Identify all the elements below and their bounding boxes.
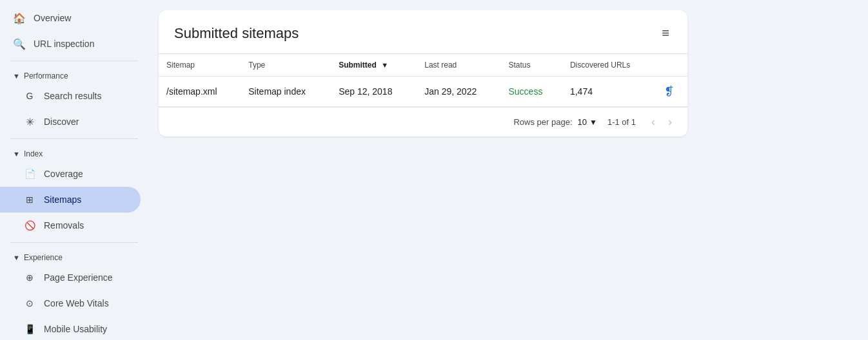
experience-section-label: Experience — [24, 253, 63, 262]
sitemaps-table: Sitemap Type Submitted ▼ Last read Statu… — [159, 53, 687, 107]
core-web-vitals-label: Core Web Vitals — [44, 298, 109, 308]
rows-per-page: Rows per page: 10 ▼ — [513, 117, 597, 127]
col-discovered-urls: Discovered URLs — [562, 54, 656, 77]
cell-submitted: Sep 12, 2018 — [331, 77, 417, 107]
chevron-down-icon-2: ▼ — [13, 150, 20, 158]
status-badge: Success — [508, 86, 542, 97]
search-results-icon: G — [23, 90, 36, 102]
performance-section-label: Performance — [24, 71, 68, 80]
index-section-label: Index — [24, 149, 43, 158]
sidebar-item-overview[interactable]: 🏠 Overview — [0, 5, 141, 31]
col-sitemap: Sitemap — [159, 54, 241, 77]
bar-chart-icon[interactable]: ❡ — [664, 85, 674, 98]
card-title: Submitted sitemaps — [174, 25, 299, 42]
sidebar: 🏠 Overview 🔍 URL inspection ▼ Performanc… — [0, 0, 148, 340]
next-page-button[interactable]: › — [663, 113, 677, 131]
search-icon: 🔍 — [13, 37, 26, 50]
experience-section[interactable]: ▼ Experience — [0, 247, 148, 265]
rows-per-page-select[interactable]: 10 ▼ — [578, 117, 597, 127]
divider-3 — [10, 242, 138, 243]
table-header-row: Sitemap Type Submitted ▼ Last read Statu… — [159, 54, 687, 77]
chevron-down-icon-3: ▼ — [13, 254, 20, 261]
main-content: Submitted sitemaps ≡ Sitemap Type Submit… — [148, 0, 868, 340]
cell-type: Sitemap index — [241, 77, 331, 107]
sort-down-icon: ▼ — [381, 61, 388, 69]
chevron-down-icon: ▼ — [589, 118, 597, 127]
sitemaps-icon: ⊞ — [23, 193, 36, 206]
search-results-label: Search results — [44, 91, 101, 101]
chevron-down-icon: ▼ — [13, 72, 20, 80]
page-experience-icon: ⊕ — [23, 271, 36, 284]
mobile-usability-icon: 📱 — [23, 323, 36, 335]
col-submitted[interactable]: Submitted ▼ — [331, 54, 417, 77]
cell-last-read: Jan 29, 2022 — [417, 77, 500, 107]
col-actions — [656, 54, 687, 77]
sidebar-item-page-experience[interactable]: ⊕ Page Experience — [0, 265, 141, 290]
divider-1 — [10, 61, 138, 61]
discover-label: Discover — [44, 117, 79, 127]
performance-section[interactable]: ▼ Performance — [0, 65, 148, 83]
cell-chart: ❡ — [656, 77, 687, 107]
sidebar-item-removals[interactable]: 🚫 Removals — [0, 212, 141, 238]
col-last-read: Last read — [417, 54, 500, 77]
sidebar-item-sitemaps[interactable]: ⊞ Sitemaps — [0, 187, 141, 212]
sidebar-item-search-results[interactable]: G Search results — [0, 83, 141, 109]
col-type: Type — [241, 54, 331, 77]
col-status: Status — [500, 54, 562, 77]
cell-sitemap: /sitemap.xml — [159, 77, 241, 107]
sidebar-item-coverage[interactable]: 📄 Coverage — [0, 161, 141, 187]
card-header: Submitted sitemaps ≡ — [159, 10, 687, 53]
sidebar-item-core-web-vitals[interactable]: ⊙ Core Web Vitals — [0, 290, 141, 316]
mobile-usability-label: Mobile Usability — [44, 324, 107, 334]
divider-2 — [10, 138, 138, 139]
overview-label: Overview — [34, 13, 71, 23]
prev-page-button[interactable]: ‹ — [646, 113, 660, 131]
page-info: 1-1 of 1 — [607, 117, 636, 127]
sidebar-item-mobile-usability[interactable]: 📱 Mobile Usability — [0, 316, 141, 340]
removals-label: Removals — [44, 220, 84, 231]
removals-icon: 🚫 — [23, 219, 36, 232]
sidebar-item-url-inspection[interactable]: 🔍 URL inspection — [0, 31, 141, 57]
core-web-vitals-icon: ⊙ — [23, 297, 36, 310]
url-inspection-label: URL inspection — [34, 39, 94, 49]
rows-per-page-value: 10 — [578, 117, 587, 127]
submitted-sitemaps-card: Submitted sitemaps ≡ Sitemap Type Submit… — [159, 10, 687, 137]
table-footer: Rows per page: 10 ▼ 1-1 of 1 ‹ › — [159, 107, 687, 137]
sitemaps-label: Sitemaps — [44, 194, 81, 205]
table-row: /sitemap.xml Sitemap index Sep 12, 2018 … — [159, 77, 687, 107]
filter-icon[interactable]: ≡ — [659, 23, 672, 43]
coverage-icon: 📄 — [23, 167, 36, 180]
index-section[interactable]: ▼ Index — [0, 143, 148, 161]
page-experience-label: Page Experience — [44, 272, 113, 283]
cell-status: Success — [500, 77, 562, 107]
home-icon: 🏠 — [13, 12, 26, 24]
coverage-label: Coverage — [44, 169, 83, 179]
discover-icon: ✳ — [23, 115, 36, 128]
sidebar-item-discover[interactable]: ✳ Discover — [0, 109, 141, 135]
page-nav: ‹ › — [646, 113, 677, 131]
rows-per-page-label: Rows per page: — [513, 117, 572, 127]
cell-discovered-urls: 1,474 — [562, 77, 656, 107]
